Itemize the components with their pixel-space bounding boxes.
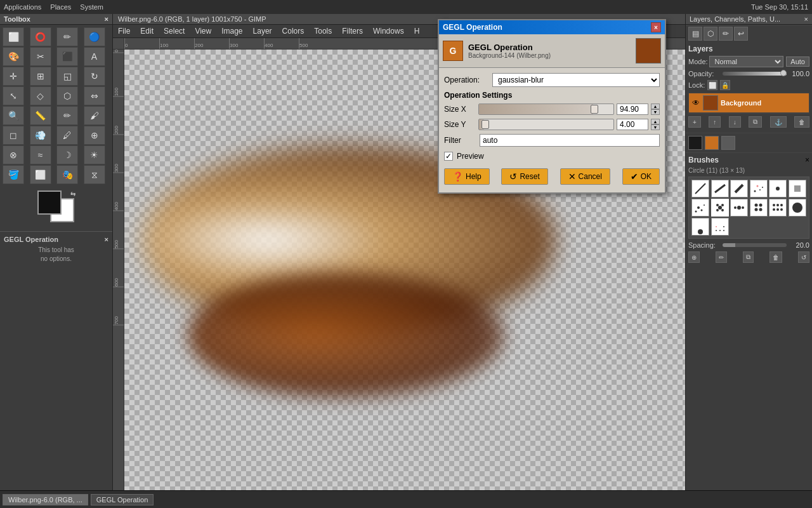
cancel-button[interactable]: ✕ Cancel [560, 168, 610, 185]
tool-dodge[interactable]: ☽ [56, 145, 78, 164]
tab-channels-icon[interactable]: ⬡ [704, 27, 717, 41]
delete-brush-btn[interactable]: 🗑 [769, 251, 782, 263]
size-x-down-arrow[interactable]: ▼ [651, 109, 660, 115]
lower-layer-btn[interactable]: ↓ [729, 116, 741, 128]
tab-layers-icon[interactable]: ▤ [688, 27, 702, 41]
brush-cell-9[interactable] [730, 199, 748, 217]
mid-color-btn[interactable] [705, 136, 719, 150]
tool-free-select[interactable]: ✏ [56, 27, 78, 46]
help-button[interactable]: ❓ Help [444, 168, 490, 185]
brush-cell-2[interactable] [711, 180, 729, 197]
size-y-down-arrow[interactable]: ▼ [651, 124, 660, 130]
reset-button[interactable]: ↺ Reset [501, 168, 547, 185]
taskbar-item-1[interactable]: Wilber.png-6.0 (RGB, ... [3, 494, 88, 505]
tool-scissors[interactable]: ✂ [30, 47, 51, 66]
swap-colors-icon[interactable]: ⇆ [70, 190, 75, 197]
tool-flip[interactable]: ⇔ [84, 86, 105, 105]
gegl-op-panel-close[interactable]: × [105, 236, 108, 243]
brush-cell-5[interactable] [769, 180, 787, 197]
apps-menu[interactable]: Applications [4, 3, 41, 11]
tab-undo-icon[interactable]: ↩ [734, 27, 748, 41]
tool-eraser[interactable]: ◻ [3, 126, 24, 145]
menu-file[interactable]: File [113, 25, 135, 37]
system-menu[interactable]: System [80, 3, 103, 11]
tool-text[interactable]: A [84, 47, 105, 66]
tool-smudge[interactable]: ≈ [30, 145, 51, 164]
brush-cell-11[interactable] [769, 199, 787, 217]
menu-layer[interactable]: Layer [248, 25, 277, 37]
size-y-up-arrow[interactable]: ▲ [651, 119, 660, 124]
tool-bucket-fill[interactable]: 🪣 [3, 165, 24, 184]
toolbox-close[interactable]: × [105, 15, 108, 23]
brush-cell-13[interactable] [691, 218, 709, 236]
brush-cell-10[interactable] [750, 199, 768, 217]
brush-cell-3[interactable] [730, 180, 748, 197]
tool-burn[interactable]: ☀ [84, 145, 105, 164]
lock-alpha-icon[interactable]: 🔒 [720, 80, 730, 90]
menu-tools[interactable]: Tools [309, 25, 337, 37]
places-menu[interactable]: Places [50, 3, 71, 11]
delete-layer-btn[interactable]: 🗑 [794, 116, 809, 128]
tool-coloring1[interactable]: 🎭 [56, 165, 78, 184]
tool-scale[interactable]: ⤡ [3, 86, 24, 105]
brush-cell-4[interactable] [750, 180, 768, 197]
tool-by-color[interactable]: 🎨 [3, 47, 24, 66]
auto-button[interactable]: Auto [786, 57, 809, 67]
tool-rect-select[interactable]: ⬜ [3, 27, 24, 46]
layer-item-background[interactable]: 👁 Background [689, 93, 809, 113]
edit-brush-btn[interactable]: ✏ [716, 251, 727, 263]
ok-button[interactable]: ✔ OK [622, 168, 660, 185]
taskbar-item-2[interactable]: GEGL Operation [91, 494, 154, 505]
duplicate-brush-btn[interactable]: ⧉ [743, 251, 754, 263]
refresh-brush-btn[interactable]: ↺ [798, 251, 809, 263]
raise-layer-btn[interactable]: ↑ [709, 116, 721, 128]
gegl-dialog-close-btn[interactable]: × [651, 22, 661, 32]
brush-cell-1[interactable] [691, 180, 709, 197]
brush-cell-14[interactable] [711, 218, 729, 236]
tool-airbrush[interactable]: 💨 [30, 126, 51, 145]
tool-rotate[interactable]: ↻ [84, 67, 105, 86]
size-y-slider[interactable] [478, 119, 614, 130]
tool-foreground[interactable]: ⬛ [56, 47, 78, 66]
tool-ellipse-select[interactable]: ⭕ [30, 27, 51, 46]
size-x-thumb[interactable] [591, 105, 598, 114]
tool-pencil[interactable]: ✏ [56, 106, 78, 125]
fg-color-swatch[interactable] [37, 190, 62, 215]
menu-view[interactable]: View [190, 25, 216, 37]
right-panel-close[interactable]: × [804, 15, 808, 23]
fg-color-btn[interactable] [688, 136, 702, 150]
preview-checkbox[interactable]: ✓ [444, 152, 453, 161]
brushes-close-icon[interactable]: × [805, 156, 809, 164]
brush-cell-12[interactable] [789, 199, 806, 217]
tool-blend[interactable]: ⬜ [30, 165, 51, 184]
duplicate-layer-btn[interactable]: ⧉ [749, 116, 762, 128]
tool-coloring2[interactable]: ⧖ [84, 165, 105, 184]
tool-heal[interactable]: ⊕ [84, 126, 105, 145]
menu-edit[interactable]: Edit [135, 25, 159, 37]
tool-align[interactable]: ⊞ [30, 67, 51, 86]
anchor-layer-btn[interactable]: ⚓ [770, 116, 787, 128]
menu-image[interactable]: Image [216, 25, 247, 37]
tool-move[interactable]: ✛ [3, 67, 24, 86]
opacity-slider[interactable] [723, 72, 787, 76]
tool-measure[interactable]: 📏 [30, 106, 51, 125]
size-x-slider[interactable] [478, 104, 614, 115]
new-brush-btn[interactable]: ⊕ [688, 251, 700, 263]
menu-select[interactable]: Select [159, 25, 190, 37]
menu-filters[interactable]: Filters [337, 25, 368, 37]
tool-ink[interactable]: 🖊 [56, 126, 78, 145]
layer-mode-dropdown[interactable]: Normal [709, 56, 784, 67]
tab-paths-icon[interactable]: ✏ [719, 27, 733, 41]
tool-perspective[interactable]: ⬡ [56, 86, 78, 105]
bg-color-btn[interactable] [721, 136, 735, 150]
brush-cell-8[interactable] [711, 199, 729, 217]
operation-dropdown[interactable]: gaussian-blur [492, 73, 660, 87]
tool-crop[interactable]: ◱ [56, 67, 78, 86]
tool-magnify[interactable]: 🔍 [3, 106, 24, 125]
tool-shear[interactable]: ◇ [30, 86, 51, 105]
menu-help[interactable]: H [409, 25, 425, 37]
new-layer-btn[interactable]: + [688, 116, 701, 128]
spacing-slider[interactable] [723, 243, 787, 247]
size-y-thumb[interactable] [481, 120, 489, 129]
brush-cell-7[interactable] [691, 199, 709, 217]
